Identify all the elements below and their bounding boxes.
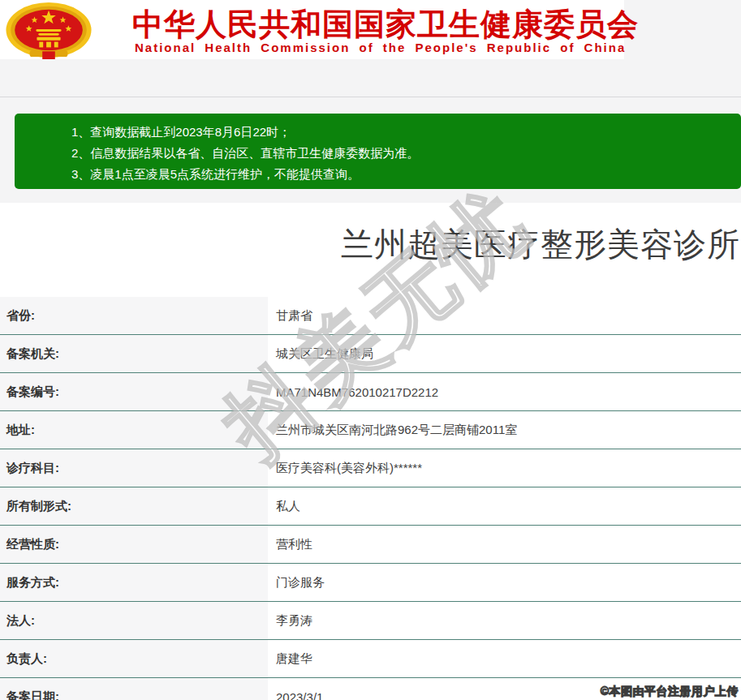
field-value: 李勇涛 bbox=[268, 602, 741, 639]
field-value: 私人 bbox=[268, 487, 741, 525]
field-value: 甘肃省 bbox=[268, 297, 741, 334]
page: 中华人民共和国国家卫生健康委员会 National Health Commiss… bbox=[0, 0, 741, 700]
field-label: 负责人: bbox=[0, 640, 268, 677]
field-value: 唐建华 bbox=[268, 640, 741, 677]
field-label: 诊疗科目: bbox=[0, 449, 268, 487]
field-label: 服务方式: bbox=[0, 564, 268, 601]
table-row: 所有制形式: 私人 bbox=[0, 487, 741, 526]
field-value: 城关区卫生健康局 bbox=[268, 335, 741, 372]
field-label: 所有制形式: bbox=[0, 487, 268, 525]
table-row: 负责人: 唐建华 bbox=[0, 640, 741, 678]
fields-table: 省份: 甘肃省 备案机关: 城关区卫生健康局 备案编号: MA71N4BM762… bbox=[0, 297, 741, 700]
field-label: 备案日期: bbox=[0, 678, 268, 700]
table-row: 备案编号: MA71N4BM762010217D2212 bbox=[0, 373, 741, 411]
table-row: 地址: 兰州市城关区南河北路962号二层商铺2011室 bbox=[0, 411, 741, 449]
table-row: 经营性质: 营利性 bbox=[0, 526, 741, 564]
field-label: 法人: bbox=[0, 602, 268, 639]
field-label: 备案机关: bbox=[0, 335, 268, 372]
table-row: 诊疗科目: 医疗美容科(美容外科)****** bbox=[0, 449, 741, 487]
notice-box: 1、查询数据截止到2023年8月6日22时； 2、信息数据结果以各省、自治区、直… bbox=[15, 114, 741, 189]
table-row: 备案机关: 城关区卫生健康局 bbox=[0, 335, 741, 373]
content-area: 兰州超美医疗整形美容诊所 省份: 甘肃省 备案机关: 城关区卫生健康局 备案编号… bbox=[0, 203, 741, 700]
notice-line-3: 3、凌晨1点至凌晨5点系统进行维护，不能提供查询。 bbox=[71, 164, 733, 185]
field-value: 医疗美容科(美容外科)****** bbox=[268, 449, 741, 487]
field-value: 营利性 bbox=[268, 526, 741, 563]
table-row: 法人: 李勇涛 bbox=[0, 602, 741, 640]
institution-title: 兰州超美医疗整形美容诊所 bbox=[341, 222, 740, 267]
field-value: 兰州市城关区南河北路962号二层商铺2011室 bbox=[268, 411, 741, 449]
site-title-cn: 中华人民共和国国家卫生健康委员会 bbox=[132, 4, 639, 45]
field-value: 门诊服务 bbox=[268, 564, 741, 601]
field-label: 经营性质: bbox=[0, 526, 268, 563]
notice-line-2: 2、信息数据结果以各省、自治区、直辖市卫生健康委数据为准。 bbox=[71, 143, 733, 164]
field-value: MA71N4BM762010217D2212 bbox=[268, 373, 741, 410]
field-label: 备案编号: bbox=[0, 373, 268, 410]
site-title-en: National Health Commission of the People… bbox=[135, 41, 626, 54]
upload-credit-text: ©本图由平台注册用户上传 bbox=[601, 685, 739, 699]
site-header[interactable]: 中华人民共和国国家卫生健康委员会 National Health Commiss… bbox=[0, 0, 624, 59]
table-row: 省份: 甘肃省 bbox=[0, 297, 741, 335]
header-divider bbox=[0, 97, 741, 97]
table-row: 服务方式: 门诊服务 bbox=[0, 564, 741, 602]
national-emblem-icon bbox=[2, 1, 96, 59]
field-label: 省份: bbox=[0, 297, 268, 334]
notice-line-1: 1、查询数据截止到2023年8月6日22时； bbox=[71, 122, 733, 143]
field-label: 地址: bbox=[0, 411, 268, 449]
